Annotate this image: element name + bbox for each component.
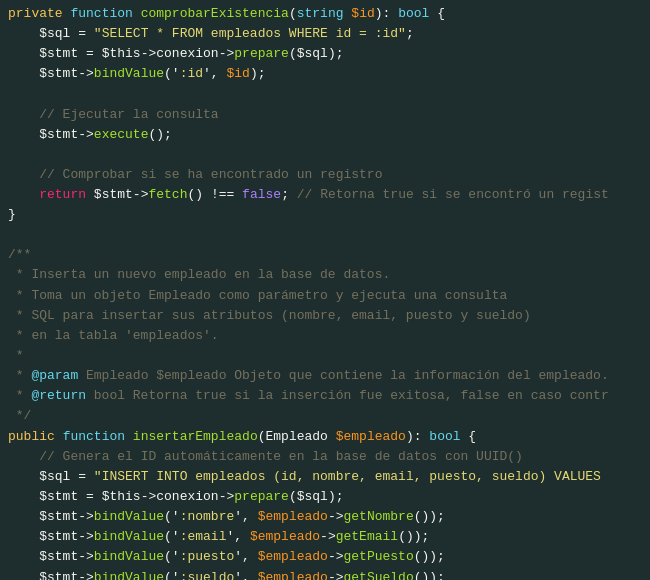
code-token: :puesto xyxy=(180,549,235,564)
code-token: $stmt xyxy=(8,570,78,580)
code-token: getNombre xyxy=(344,509,414,524)
code-token: (' xyxy=(164,570,180,580)
code-token: ', xyxy=(203,66,226,81)
code-token: = xyxy=(70,469,93,484)
code-token: ', xyxy=(234,509,257,524)
code-token: $id xyxy=(351,6,374,21)
code-token: } xyxy=(8,207,16,222)
code-token: * SQL para insertar sus atributos (nombr… xyxy=(8,308,531,323)
code-token xyxy=(86,187,94,202)
code-line: // Comprobar si se ha encontrado un regi… xyxy=(0,165,650,185)
code-token: getEmail xyxy=(336,529,398,544)
code-token: (' xyxy=(164,509,180,524)
code-token: ); xyxy=(250,66,266,81)
code-token: */ xyxy=(8,408,31,423)
code-token: $empleado xyxy=(258,549,328,564)
code-line: } xyxy=(0,205,650,225)
code-line xyxy=(0,145,650,165)
code-token: { xyxy=(429,6,445,21)
code-token: function xyxy=(63,429,125,444)
code-token: $stmt xyxy=(8,66,78,81)
code-line: $stmt->bindValue(':email', $empleado->ge… xyxy=(0,527,650,547)
code-token: // Ejecutar la consulta xyxy=(39,107,218,122)
code-line: return $stmt->fetch() !== false; // Reto… xyxy=(0,185,650,205)
code-token: Empleado $empleado Objeto que contiene l… xyxy=(78,368,609,383)
code-line: public function insertarEmpleado(Emplead… xyxy=(0,427,650,447)
code-token: :sueldo xyxy=(180,570,235,580)
code-token: bindValue xyxy=(94,549,164,564)
code-token: $stmt xyxy=(8,509,78,524)
code-token: = xyxy=(78,489,101,504)
code-token: :email xyxy=(180,529,227,544)
code-token: $this xyxy=(102,46,141,61)
code-line: * @return bool Retorna true si la inserc… xyxy=(0,386,650,406)
code-token: return xyxy=(39,187,86,202)
code-token: ): xyxy=(375,6,398,21)
code-token: ', xyxy=(226,529,249,544)
code-line xyxy=(0,85,650,105)
code-line: $sql = "INSERT INTO empleados (id, nombr… xyxy=(0,467,650,487)
code-token: !== xyxy=(211,187,234,202)
code-token: insertarEmpleado xyxy=(133,429,258,444)
code-token: bindValue xyxy=(94,529,164,544)
code-token: // Genera el ID automáticamente en la ba… xyxy=(39,449,523,464)
code-token: $sql xyxy=(8,26,70,41)
code-token: * Toma un objeto Empleado como parámetro… xyxy=(8,288,507,303)
code-token: * xyxy=(8,368,31,383)
code-token: (Empleado xyxy=(258,429,336,444)
code-token: -> xyxy=(141,489,157,504)
code-token: getPuesto xyxy=(344,549,414,564)
code-token: * xyxy=(8,388,31,403)
code-token: = xyxy=(70,26,93,41)
code-token: getSueldo xyxy=(344,570,414,580)
code-token: -> xyxy=(219,489,235,504)
code-token: $stmt xyxy=(94,187,133,202)
code-token: $empleado xyxy=(258,509,328,524)
code-line: * @param Empleado $empleado Objeto que c… xyxy=(0,366,650,386)
code-token: execute xyxy=(94,127,149,142)
code-token: -> xyxy=(141,46,157,61)
code-token: // Retorna true si se encontró un regist xyxy=(297,187,609,202)
code-line: $stmt->bindValue(':puesto', $empleado->g… xyxy=(0,547,650,567)
code-token: -> xyxy=(78,66,94,81)
code-token: ()); xyxy=(414,509,445,524)
code-token: -> xyxy=(78,127,94,142)
code-line: /** xyxy=(0,245,650,265)
code-token: * Inserta un nuevo empleado en la base d… xyxy=(8,267,390,282)
code-line: * Inserta un nuevo empleado en la base d… xyxy=(0,265,650,285)
code-token: (); xyxy=(148,127,171,142)
code-token: ; xyxy=(406,26,414,41)
code-token: private xyxy=(8,6,63,21)
code-token: $stmt xyxy=(8,529,78,544)
code-token: ', xyxy=(234,570,257,580)
code-token: // Comprobar si se ha encontrado un regi… xyxy=(39,167,382,182)
code-token: $this xyxy=(102,489,141,504)
code-token: :id xyxy=(180,66,203,81)
code-token: -> xyxy=(78,570,94,580)
code-token: ()); xyxy=(414,549,445,564)
code-token: -> xyxy=(78,529,94,544)
code-token: -> xyxy=(328,570,344,580)
code-token: ()); xyxy=(398,529,429,544)
code-token: public xyxy=(8,429,55,444)
code-token: ()); xyxy=(414,570,445,580)
code-token: bool Retorna true si la inserción fue ex… xyxy=(86,388,609,403)
code-token xyxy=(8,167,39,182)
code-token: @return xyxy=(31,388,86,403)
code-token: prepare xyxy=(234,46,289,61)
code-token: @param xyxy=(31,368,78,383)
code-line: * Toma un objeto Empleado como parámetro… xyxy=(0,286,650,306)
code-token: $stmt xyxy=(8,489,78,504)
code-line: * SQL para insertar sus atributos (nombr… xyxy=(0,306,650,326)
code-token: -> xyxy=(328,509,344,524)
code-line: $stmt->bindValue(':sueldo', $empleado->g… xyxy=(0,568,650,580)
code-token: bindValue xyxy=(94,509,164,524)
code-line: */ xyxy=(0,406,650,426)
code-token xyxy=(55,429,63,444)
code-token xyxy=(133,6,141,21)
code-token: { xyxy=(461,429,477,444)
code-token: $id xyxy=(226,66,249,81)
code-line: $stmt = $this->conexion->prepare($sql); xyxy=(0,44,650,64)
code-token: ($sql); xyxy=(289,46,344,61)
code-token: (' xyxy=(164,549,180,564)
